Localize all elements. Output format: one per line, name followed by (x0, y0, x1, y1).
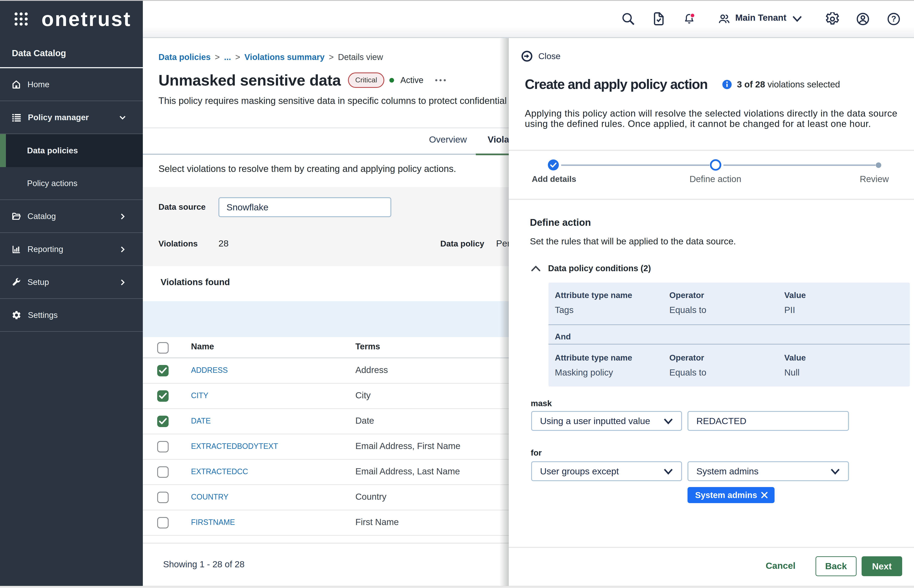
svg-text:?: ? (891, 15, 896, 23)
